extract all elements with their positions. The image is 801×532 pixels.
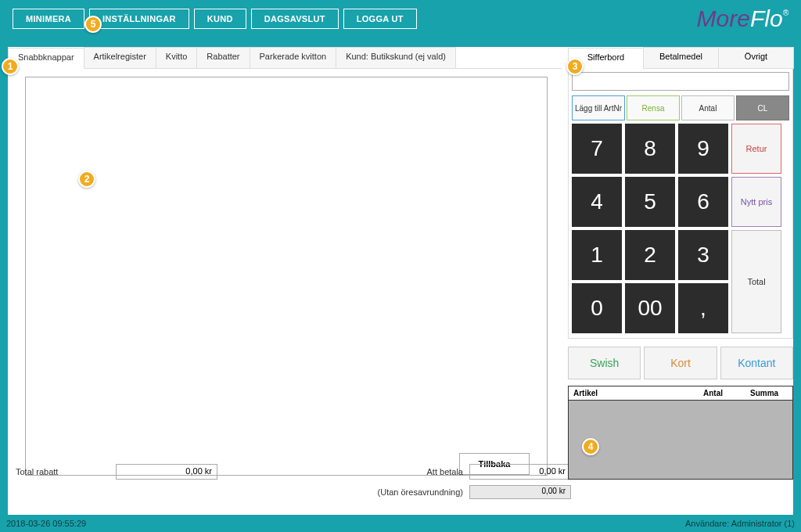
key-5[interactable]: 5 bbox=[625, 177, 675, 227]
settings-button[interactable]: INSTÄLLNINGAR bbox=[89, 9, 189, 29]
totals-row-1: Total rabatt 0,00 kr Att betala 0,00 kr bbox=[16, 464, 571, 480]
logo-part1: More bbox=[697, 5, 750, 32]
logo: MoreFlo® bbox=[697, 5, 788, 32]
return-button[interactable]: Retur bbox=[731, 124, 781, 174]
cl-button[interactable]: CL bbox=[736, 95, 789, 120]
callout-2: 2 bbox=[78, 171, 95, 188]
tab-artikelregister[interactable]: Artikelregister bbox=[84, 47, 156, 68]
add-artnr-button[interactable]: Lägg till ArtNr bbox=[572, 95, 625, 120]
main-content-area: Tillbaka bbox=[25, 77, 548, 476]
key-1[interactable]: 1 bbox=[572, 230, 622, 280]
logout-button[interactable]: LOGGA UT bbox=[343, 9, 417, 29]
key-9[interactable]: 9 bbox=[678, 124, 728, 174]
callout-3: 3 bbox=[566, 58, 584, 75]
key-8[interactable]: 8 bbox=[625, 124, 675, 174]
oresavrundning-label: (Utan öresavrundning) bbox=[378, 487, 463, 497]
left-panel: Snabbknappar Artikelregister Kvitto Raba… bbox=[8, 47, 562, 501]
logo-reg: ® bbox=[783, 9, 788, 17]
callout-4: 4 bbox=[582, 438, 599, 455]
col-antal: Antal bbox=[699, 386, 745, 400]
callout-1: 1 bbox=[2, 58, 19, 75]
topbar-buttons: MINIMERA INSTÄLLNINGAR KUND DAGSAVSLUT L… bbox=[13, 9, 417, 29]
tab-ovrigt[interactable]: Övrigt bbox=[718, 47, 794, 69]
numpad-grid: 7 8 9 Retur 4 5 6 Nytt pris 1 2 3 Total … bbox=[572, 124, 789, 333]
tab-snabbknappar[interactable]: Snabbknappar bbox=[8, 48, 84, 69]
swish-button[interactable]: Swish bbox=[568, 347, 641, 379]
tab-kvitto[interactable]: Kvitto bbox=[156, 47, 198, 68]
key-4[interactable]: 4 bbox=[572, 177, 622, 227]
logo-part2: Flo bbox=[750, 5, 783, 32]
right-tabs: Sifferbord Betalmedel Övrigt bbox=[568, 47, 793, 69]
item-table-head: Artikel Antal Summa bbox=[569, 386, 792, 401]
total-button[interactable]: Total bbox=[731, 230, 781, 333]
tab-parkerade[interactable]: Parkerade kvitton bbox=[250, 47, 337, 68]
statusbar: 2018-03-26 09:55:29 Användare: Administr… bbox=[0, 515, 801, 532]
customer-button[interactable]: KUND bbox=[194, 9, 246, 29]
payment-row: Swish Kort Kontant bbox=[568, 347, 793, 379]
qty-button[interactable]: Antal bbox=[681, 95, 735, 120]
status-datetime: 2018-03-26 09:55:29 bbox=[6, 519, 86, 528]
key-3[interactable]: 3 bbox=[678, 230, 728, 280]
col-artikel: Artikel bbox=[569, 386, 699, 400]
minimize-button[interactable]: MINIMERA bbox=[13, 9, 84, 29]
oresavrundning-value: 0,00 kr bbox=[469, 485, 571, 499]
key-7[interactable]: 7 bbox=[572, 124, 622, 174]
cash-button[interactable]: Kontant bbox=[720, 347, 793, 379]
callout-5: 5 bbox=[84, 16, 102, 33]
numpad-section: Lägg till ArtNr Rensa Antal CL 7 8 9 Ret… bbox=[568, 69, 793, 339]
total-rabatt-value: 0,00 kr bbox=[116, 464, 217, 480]
key-00[interactable]: 00 bbox=[625, 283, 675, 333]
totals-row-2: (Utan öresavrundning) 0,00 kr bbox=[16, 485, 571, 499]
tab-betalmedel[interactable]: Betalmedel bbox=[643, 47, 719, 69]
new-price-button[interactable]: Nytt pris bbox=[731, 177, 781, 227]
tab-kund[interactable]: Kund: Butikskund (ej vald) bbox=[336, 47, 456, 68]
topbar: MINIMERA INSTÄLLNINGAR KUND DAGSAVSLUT L… bbox=[0, 0, 801, 38]
numpad-input[interactable] bbox=[572, 72, 789, 91]
key-comma[interactable]: , bbox=[678, 283, 728, 333]
dayend-button[interactable]: DAGSAVSLUT bbox=[251, 9, 339, 29]
key-6[interactable]: 6 bbox=[678, 177, 728, 227]
key-2[interactable]: 2 bbox=[625, 230, 675, 280]
item-table-body[interactable] bbox=[569, 401, 792, 479]
function-row: Lägg till ArtNr Rensa Antal CL bbox=[572, 95, 789, 120]
right-panel: Sifferbord Betalmedel Övrigt Lägg till A… bbox=[568, 47, 793, 480]
clear-button[interactable]: Rensa bbox=[627, 95, 680, 120]
key-0[interactable]: 0 bbox=[572, 283, 622, 333]
left-tabs: Snabbknappar Artikelregister Kvitto Raba… bbox=[8, 47, 562, 69]
status-user: Användare: Administrator (1) bbox=[685, 519, 795, 528]
att-betala-value: 0,00 kr bbox=[469, 464, 571, 480]
item-table: Artikel Antal Summa bbox=[568, 386, 793, 480]
card-button[interactable]: Kort bbox=[644, 347, 717, 379]
tab-rabatter[interactable]: Rabatter bbox=[196, 47, 250, 68]
total-rabatt-label: Total rabatt bbox=[16, 467, 110, 476]
col-summa: Summa bbox=[745, 386, 792, 400]
att-betala-label: Att betala bbox=[427, 467, 463, 476]
workspace: Snabbknappar Artikelregister Kvitto Raba… bbox=[8, 47, 793, 515]
